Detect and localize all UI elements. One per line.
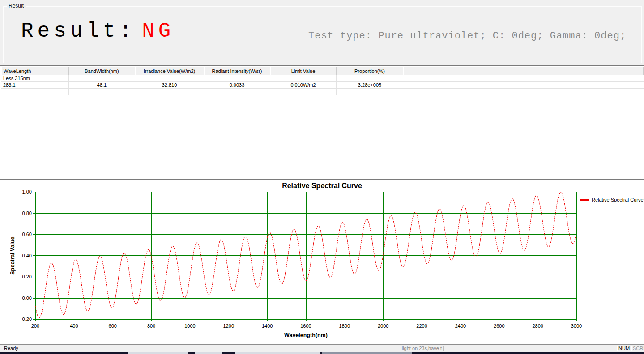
x-tick-label: 3000	[567, 323, 586, 329]
y-tick-label: -0.20	[12, 316, 32, 322]
result-label: Result:	[21, 20, 136, 43]
num-lock-indicator: NUM	[618, 346, 630, 351]
table-cell: 48.1	[69, 82, 135, 88]
table-cell-filler	[403, 82, 644, 88]
table-cell	[337, 75, 403, 81]
table-header-cell[interactable]: Proportion(%)	[337, 67, 403, 75]
spectral-curve	[35, 192, 576, 318]
table-header-cell[interactable]: BandWidth(nm)	[69, 67, 135, 75]
background-window-fragment	[195, 352, 222, 354]
status-ready-text: Ready	[4, 346, 18, 351]
result-value: NG	[142, 20, 175, 43]
chart-canvas	[0, 180, 644, 344]
legend-line-swatch	[580, 199, 589, 201]
y-tick-label: 1.00	[12, 189, 32, 194]
table-cell-filler	[403, 88, 644, 95]
table-header-cell[interactable]: WaveLength	[1, 67, 69, 75]
table-header-cell[interactable]	[403, 67, 644, 75]
status-separator	[443, 346, 444, 351]
chart-legend: Relative Spectral Curve	[580, 197, 644, 202]
x-tick-label: 200	[26, 323, 45, 329]
y-tick-label: 0.80	[12, 211, 32, 216]
table-cell: Less 315nm	[1, 75, 69, 81]
status-separator	[631, 346, 631, 351]
x-axis-title: Wavelength(nm)	[35, 332, 576, 338]
table-cell	[135, 75, 204, 81]
y-tick-label: 0.00	[12, 295, 32, 301]
table-cell-filler	[403, 75, 644, 81]
y-axis-title: Spectral Value	[9, 229, 16, 282]
table-row[interactable]: 283.148.132.8100.00330.010W/m23.28e+005	[1, 82, 644, 88]
legend-label: Relative Spectral Curve	[592, 197, 644, 202]
table-cell	[69, 75, 135, 81]
table-row[interactable]: Less 315nm	[1, 75, 644, 82]
result-groupbox: Result Result:NG Test type: Pure ultravi…	[3, 6, 641, 63]
x-tick-label: 1800	[335, 323, 354, 329]
x-tick-label: 600	[103, 323, 123, 329]
status-bar: Ready light on 23s,have t NUM SCRL	[0, 344, 644, 352]
x-tick-label: 1200	[219, 323, 239, 329]
table-header-cell[interactable]: Radiant Intensity(W/sr)	[204, 67, 270, 75]
table-cell: 283.1	[1, 82, 69, 88]
x-tick-label: 2800	[528, 323, 548, 329]
x-tick-label: 400	[64, 323, 84, 329]
background-window-fragment	[128, 352, 188, 354]
x-tick-label: 1400	[257, 323, 277, 329]
background-window-fragment	[322, 352, 412, 354]
x-tick-label: 2000	[373, 323, 393, 329]
x-tick-label: 800	[141, 323, 161, 329]
table-cell: 0.010W/m2	[270, 82, 337, 88]
background-window-fragment	[235, 352, 320, 354]
table-body: Less 315nm283.148.132.8100.00330.010W/m2…	[1, 75, 644, 179]
app-window: Result Result:NG Test type: Pure ultravi…	[0, 0, 644, 354]
table-cell: 0.0033	[204, 82, 270, 88]
result-panel: Result Result:NG Test type: Pure ultravi…	[0, 0, 644, 66]
status-message-text: light on 23s,have t	[314, 346, 442, 351]
x-tick-label: 1000	[180, 323, 200, 329]
table-cell	[135, 88, 204, 95]
scroll-lock-indicator: SCRL	[633, 346, 644, 351]
table-cell	[270, 75, 337, 81]
table-cell	[204, 75, 270, 81]
result-line: Result:NG	[21, 20, 175, 43]
table-cell	[204, 88, 270, 95]
groupbox-label: Result	[7, 3, 26, 9]
test-info-text: Test type: Pure ultraviolet; C: 0deg; Ga…	[308, 30, 626, 42]
status-separator	[617, 346, 617, 351]
table-cell: 3.28e+005	[337, 82, 403, 88]
x-tick-label: 1600	[296, 323, 316, 329]
table-header-cell[interactable]: Irradiance Value(W/m2)	[135, 67, 204, 75]
x-tick-label: 2600	[489, 323, 509, 329]
results-table: WaveLengthBandWidth(nm)Irradiance Value(…	[0, 66, 644, 180]
table-cell	[270, 88, 337, 95]
table-cell: 32.810	[135, 82, 204, 88]
table-header-row: WaveLengthBandWidth(nm)Irradiance Value(…	[1, 67, 644, 75]
spectral-chart: Relative Spectral Curve 2004006008001000…	[0, 180, 644, 344]
table-cell	[337, 88, 403, 95]
x-tick-label: 2200	[412, 323, 432, 329]
table-header-cell[interactable]: Limit Value	[270, 67, 337, 75]
table-row[interactable]	[1, 88, 644, 95]
bottom-window-sliver	[0, 352, 644, 354]
table-cell	[69, 88, 135, 95]
x-tick-label: 2400	[451, 323, 470, 329]
table-cell	[1, 88, 69, 95]
